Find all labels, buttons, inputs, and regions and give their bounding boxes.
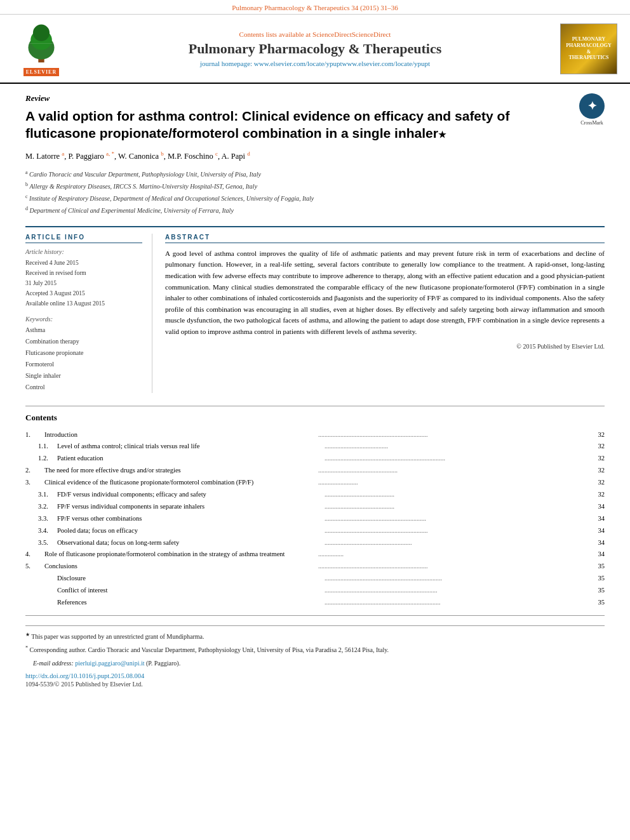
accepted-date: Accepted 3 August 2015 bbox=[25, 288, 142, 298]
received-revised-label: Received in revised form bbox=[25, 268, 142, 278]
keywords-label: Keywords: bbox=[25, 316, 142, 323]
issn-line: 1094-5539/© 2015 Published by Elsevier L… bbox=[25, 681, 605, 688]
crossmark-badge[interactable]: ✦ bbox=[579, 93, 605, 119]
homepage-url[interactable]: www.elsevier.com/locate/ypupt bbox=[254, 60, 342, 67]
affiliation-d: d Department of Clinical and Experimenta… bbox=[25, 205, 605, 216]
article-info-col: ARTICLE INFO Article history: Received 4… bbox=[25, 234, 152, 393]
crossmark-container: ✦ CrossMark bbox=[579, 93, 605, 126]
affiliations: a Cardio Thoracic and Vascular Departmen… bbox=[25, 169, 605, 217]
journal-center-info: Contents lists available at ScienceDirec… bbox=[70, 30, 560, 67]
toc-entry-2: 2. The need for more effective drugs and… bbox=[25, 465, 605, 477]
affiliation-c: c Institute of Respiratory Disease, Depa… bbox=[25, 193, 605, 204]
elsevier-tree-icon bbox=[16, 21, 67, 65]
keyword-asthma: Asthma bbox=[25, 324, 142, 336]
sciencedirect-name[interactable]: ScienceDirect bbox=[312, 30, 352, 38]
main-content: ✦ CrossMark Review A valid option for as… bbox=[0, 84, 630, 697]
toc-entry-3-4: 3.4. Pooled data; focus on efficacy ....… bbox=[25, 525, 605, 537]
toc-entry-disclosure: Disclosure .............................… bbox=[25, 573, 605, 585]
revised-date: 31 July 2015 bbox=[25, 278, 142, 288]
article-type-label: Review bbox=[25, 93, 605, 103]
keyword-single-inhaler: Single inhaler bbox=[25, 370, 142, 382]
authors-line: M. Latorre a, P. Paggiaro a, *, W. Canon… bbox=[25, 150, 605, 163]
footnote-corresponding: * Corresponding author. Cardio Thoracic … bbox=[25, 644, 605, 655]
doi-line[interactable]: http://dx.doi.org/10.1016/j.pupt.2015.08… bbox=[25, 672, 605, 679]
elsevier-label: ELSEVIER bbox=[23, 68, 59, 76]
banner-text: Pulmonary Pharmacology & Therapeutics 34… bbox=[232, 4, 398, 11]
keyword-formoterol: Formoterol bbox=[25, 359, 142, 370]
received-date: Received 4 June 2015 bbox=[25, 258, 142, 268]
contents-section: Contents 1. Introduction ...............… bbox=[25, 406, 605, 616]
footnote-email: E-mail address: pierluigi.paggiaro@unipi… bbox=[33, 658, 605, 669]
toc-entry-4: 4. Role of fluticasone propionate/formot… bbox=[25, 549, 605, 561]
two-column-layout: ARTICLE INFO Article history: Received 4… bbox=[25, 226, 605, 393]
homepage-line: journal homepage: www.elsevier.com/locat… bbox=[70, 60, 560, 67]
footnote-star: ★ This paper was supported by an unrestr… bbox=[25, 631, 605, 642]
keyword-fluticasone: Fluticasone propionate bbox=[25, 347, 142, 359]
top-banner: Pulmonary Pharmacology & Therapeutics 34… bbox=[0, 0, 630, 15]
toc-entry-3-5: 3.5. Observational data; focus on long-t… bbox=[25, 537, 605, 549]
abstract-text: A good level of asthma control improves … bbox=[165, 248, 605, 338]
journal-cover: PULMONARYPHARMACOLOGY&THERAPEUTICS bbox=[560, 23, 617, 74]
toc-entry-references: References .............................… bbox=[25, 597, 605, 609]
crossmark-label: CrossMark bbox=[579, 120, 605, 126]
contents-header: Contents bbox=[25, 413, 605, 423]
toc-list: 1. Introduction ........................… bbox=[25, 429, 605, 609]
affiliation-a: a Cardio Thoracic and Vascular Departmen… bbox=[25, 169, 605, 180]
toc-entry-1-2: 1.2. Patient education .................… bbox=[25, 453, 605, 465]
sciencedirect-line: Contents lists available at ScienceDirec… bbox=[70, 30, 560, 38]
article-info-header: ARTICLE INFO bbox=[25, 234, 142, 243]
journal-header: ELSEVIER Contents lists available at Sci… bbox=[0, 15, 630, 84]
toc-entry-3-3: 3.3. FP/F versus other combinations ....… bbox=[25, 513, 605, 525]
keyword-control: Control bbox=[25, 382, 142, 393]
toc-entry-5: 5. Conclusions .........................… bbox=[25, 561, 605, 573]
toc-entry-3: 3. Clinical evidence of the fluticasone … bbox=[25, 477, 605, 489]
toc-entry-conflict: Conflict of interest ...................… bbox=[25, 585, 605, 597]
email-link[interactable]: pierluigi.paggiaro@unipi.it bbox=[75, 660, 144, 667]
toc-entry-1-1: 1.1. Level of asthma control; clinical t… bbox=[25, 441, 605, 453]
history-label: Article history: bbox=[25, 248, 142, 255]
keyword-combination: Combination therapy bbox=[25, 336, 142, 347]
toc-entry-3-2: 3.2. FP/F versus individual components i… bbox=[25, 501, 605, 513]
affiliation-b: b Allergy & Respiratory Diseases, IRCCS … bbox=[25, 181, 605, 192]
toc-entry-1: 1. Introduction ........................… bbox=[25, 429, 605, 441]
keywords-block: Keywords: Asthma Combination therapy Flu… bbox=[25, 316, 142, 393]
copyright-line: © 2015 Published by Elsevier Ltd. bbox=[165, 343, 605, 350]
article-title: A valid option for asthma control: Clini… bbox=[25, 107, 605, 142]
toc-entry-3-1: 3.1. FD/F versus individual components; … bbox=[25, 489, 605, 501]
journal-title: Pulmonary Pharmacology & Therapeutics bbox=[70, 41, 560, 57]
abstract-col: ABSTRACT A good level of asthma control … bbox=[165, 234, 605, 393]
elsevier-logo: ELSEVIER bbox=[13, 21, 70, 76]
keywords-list: Asthma Combination therapy Fluticasone p… bbox=[25, 324, 142, 393]
footnote-section: ★ This paper was supported by an unrestr… bbox=[25, 625, 605, 688]
abstract-header: ABSTRACT bbox=[165, 234, 605, 243]
available-date: Available online 13 August 2015 bbox=[25, 298, 142, 309]
svg-point-3 bbox=[33, 25, 50, 41]
article-history-block: Article history: Received 4 June 2015 Re… bbox=[25, 248, 142, 309]
